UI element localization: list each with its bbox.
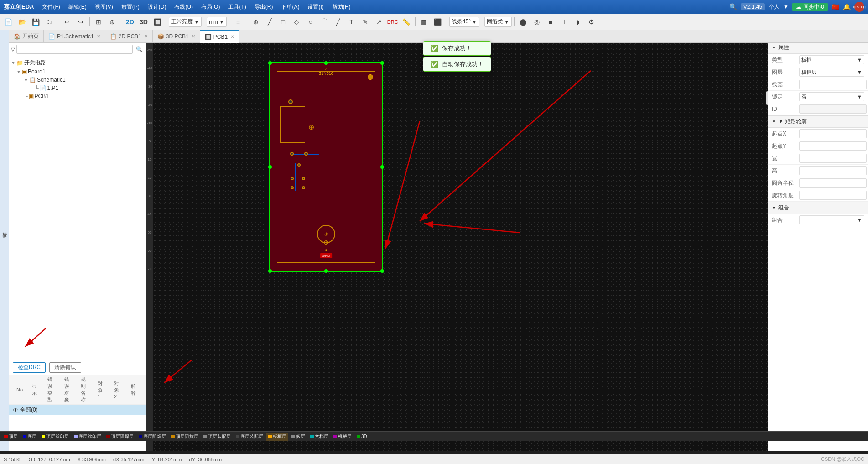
layer-chip-board[interactable]: 板框层: [266, 433, 288, 441]
snap-btn[interactable]: ⊕: [106, 16, 119, 28]
search-input[interactable]: [16, 45, 133, 54]
view3d-btn[interactable]: 3D: [137, 16, 150, 28]
drc-icon-btn[interactable]: DRC: [386, 16, 399, 28]
vsb-all[interactable]: 所有工程: [0, 238, 9, 244]
label-btn[interactable]: ✎: [359, 16, 372, 28]
canvas-area[interactable]: -70 -60 -50 -48 -20 0 20 40 60 80 100 12…: [146, 30, 768, 451]
save-all-btn[interactable]: 🗂: [43, 16, 56, 28]
rotate-input[interactable]: 0: [799, 191, 867, 200]
unit-dropdown[interactable]: mm ▼: [207, 17, 227, 27]
width-input[interactable]: 49.022: [799, 154, 867, 163]
save-btn[interactable]: 💾: [29, 16, 42, 28]
sync-badge[interactable]: ☁ 同步中·0: [792, 3, 828, 11]
copper-btn[interactable]: ■: [544, 16, 557, 28]
redo-btn[interactable]: ↪: [74, 16, 87, 28]
search-icon-btn[interactable]: 🔍: [135, 45, 144, 54]
drc-item-all[interactable]: 👁 全部(0): [9, 405, 146, 415]
layer-chip-doc[interactable]: 文档层: [308, 433, 330, 441]
via-btn[interactable]: ◎: [530, 16, 543, 28]
layer-chip-bot-silk[interactable]: 底层丝印层: [72, 433, 103, 441]
menu-help[interactable]: 帮助(H): [328, 2, 354, 12]
group-select[interactable]: ▼: [799, 215, 864, 224]
menu-place[interactable]: 放置(P): [118, 2, 143, 12]
angle-dropdown[interactable]: 线条45° ▼: [449, 17, 479, 27]
prop-section-group[interactable]: ▼ 组合: [768, 202, 868, 214]
tab-schematic1[interactable]: 📄 P1.Schematic1 ✕: [44, 30, 105, 43]
menu-design[interactable]: 设计(D): [144, 2, 170, 12]
text-btn[interactable]: T: [345, 16, 358, 28]
cursor-btn[interactable]: ⊕: [249, 16, 262, 28]
arc-btn[interactable]: ⌒: [318, 16, 331, 28]
tab-start[interactable]: 🏠 开始页: [9, 30, 44, 43]
tree-item-p1[interactable]: └ 📄 1.P1: [9, 84, 146, 92]
layer-chip-top-mask[interactable]: 顶层阻焊层: [104, 433, 135, 441]
menu-route[interactable]: 布线(U): [171, 2, 197, 12]
wire-btn[interactable]: ╱: [263, 16, 276, 28]
layer-chip-top-asm[interactable]: 顶层装配层: [202, 433, 233, 441]
search-icon[interactable]: 🔍: [729, 3, 737, 10]
layer-chip-bot-asm[interactable]: 底层装配层: [234, 433, 265, 441]
menu-layout[interactable]: 布局(O): [198, 2, 223, 12]
tree-item-board1[interactable]: ▼ ▣ Board1: [9, 68, 146, 76]
menu-order[interactable]: 下单(A): [277, 2, 303, 12]
layer-chip-bot-mask[interactable]: 底层阻焊层: [137, 433, 168, 441]
prop-section-attributes[interactable]: ▼ 属性: [768, 42, 868, 54]
check-drc-btn[interactable]: 检查DRC: [13, 362, 46, 373]
corner-input[interactable]: 0: [799, 178, 867, 188]
tab-3d-close[interactable]: ✕: [192, 34, 195, 39]
menu-file[interactable]: 文件(F): [38, 2, 63, 12]
menu-export[interactable]: 导出(R): [251, 2, 277, 12]
layer-chip-top[interactable]: 顶层: [2, 433, 20, 441]
circle-btn[interactable]: ○: [304, 16, 317, 28]
height-input[interactable]: 94.615: [799, 166, 867, 175]
line-btn[interactable]: ╱: [332, 16, 344, 28]
clear-errors-btn[interactable]: 清除错误: [49, 362, 81, 373]
layer-chip-top-silk[interactable]: 顶层丝印层: [40, 433, 71, 441]
prop-section-rect[interactable]: ▼ ▼ 矩形轮廓: [768, 115, 868, 128]
open-file-btn[interactable]: 📂: [16, 16, 28, 28]
fanout-btn[interactable]: ⊥: [558, 16, 571, 28]
new-file-btn[interactable]: 📄: [2, 16, 15, 28]
layer-chip-top-imp[interactable]: 顶层阻抗层: [169, 433, 200, 441]
poly-btn[interactable]: ◇: [291, 16, 303, 28]
grid-btn[interactable]: ⊞: [92, 16, 105, 28]
menu-edit[interactable]: 编辑(E): [65, 2, 90, 12]
tab-2d-close[interactable]: ✕: [144, 34, 148, 39]
filter-btn[interactable]: ▽: [11, 47, 15, 52]
layer-chip-bot[interactable]: 底层: [21, 433, 38, 441]
tab-3dpcb[interactable]: 📦 3D PCB1 ✕: [153, 30, 200, 43]
tab-pcb-close[interactable]: ✕: [230, 34, 234, 39]
tab-sch-close[interactable]: ✕: [97, 34, 100, 39]
view2d-btn[interactable]: 2D: [124, 16, 136, 28]
pcb-layout-btn[interactable]: 🔲: [151, 16, 164, 28]
avatar[interactable]: qrs_og: [854, 2, 864, 12]
bus-btn[interactable]: ↗: [373, 16, 385, 28]
menu-view[interactable]: 视图(V): [91, 2, 117, 12]
panel-resize-handle[interactable]: [768, 91, 768, 105]
rect-btn[interactable]: □: [277, 16, 290, 28]
tab-pcb1[interactable]: 🔲 PCB1 ✕: [200, 30, 239, 43]
startx-input[interactable]: -1.27: [799, 129, 867, 138]
zone-btn[interactable]: ⬛: [431, 16, 444, 28]
layer-chip-3d[interactable]: 3D: [355, 433, 369, 441]
tree-item-schematic[interactable]: ▼ 📋 Schematic1: [9, 76, 146, 84]
pad-btn[interactable]: ⬤: [517, 16, 530, 28]
fill-btn[interactable]: ▦: [418, 16, 431, 28]
teardrops-btn[interactable]: ◗: [572, 16, 584, 28]
brightness-dropdown[interactable]: 正常亮度 ▼: [169, 17, 202, 27]
tab-2dpcb[interactable]: 📋 2D PCB1 ✕: [105, 30, 153, 43]
component-table-btn[interactable]: ≡: [232, 16, 244, 28]
layer-chip-multi[interactable]: 多层: [290, 433, 307, 441]
menu-tools[interactable]: 工具(T): [224, 2, 249, 12]
menu-settings[interactable]: 设置(I): [304, 2, 327, 12]
net-class-dropdown[interactable]: 网络类 ▼: [484, 17, 512, 27]
tree-item-root[interactable]: ▼ 📁 开关电路: [9, 58, 146, 68]
layer-select[interactable]: 板框层 ▼: [799, 68, 864, 77]
layer-chip-mech[interactable]: 机械层: [332, 433, 353, 441]
settings-gear-btn[interactable]: ⚙: [585, 16, 598, 28]
user-dropdown-icon[interactable]: ▼: [783, 4, 789, 10]
tree-item-pcb1[interactable]: └ ▣ PCB1: [9, 92, 146, 100]
bell-icon[interactable]: 🔔: [843, 3, 851, 10]
linewidth-input[interactable]: 0.254: [799, 80, 867, 89]
vsb-tools[interactable]: 工具: [0, 238, 0, 244]
